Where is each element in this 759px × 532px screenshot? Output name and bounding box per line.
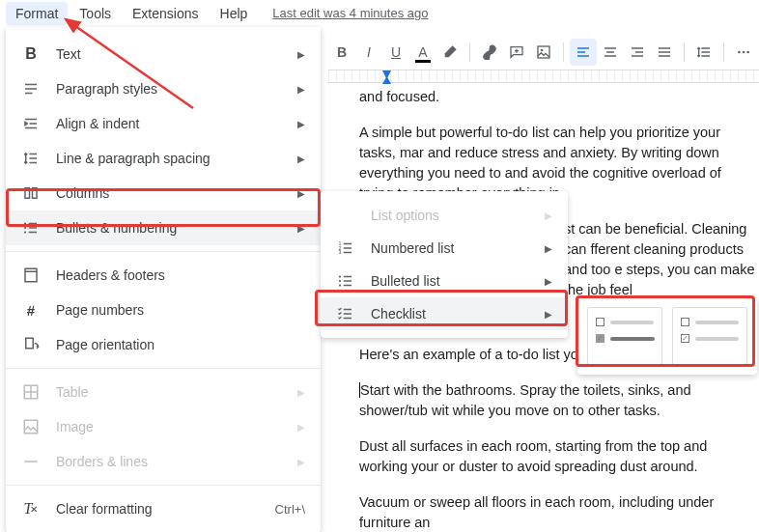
list-options-icon	[336, 206, 355, 225]
menu-line-spacing[interactable]: Line & paragraph spacing ▶	[6, 141, 321, 176]
format-dropdown: B Text ▶ Paragraph styles ▶ Align & inde…	[6, 27, 321, 532]
submenu-arrow-icon: ▶	[545, 309, 552, 320]
menu-extensions[interactable]: Extensions	[123, 2, 208, 25]
italic-button[interactable]: I	[355, 39, 382, 66]
left-indent-marker[interactable]	[382, 76, 391, 84]
svg-point-3	[743, 51, 745, 54]
svg-text:3: 3	[339, 249, 342, 255]
menubar: Format Tools Extensions Help Last edit w…	[0, 0, 759, 27]
shortcut-text: Ctrl+\	[275, 502, 305, 517]
submenu-list-options: List options ▶	[321, 199, 568, 232]
menu-columns[interactable]: Columns ▶	[6, 176, 321, 210]
align-justify-button[interactable]	[651, 39, 678, 66]
menu-clear-formatting[interactable]: T✕ Clear formatting Ctrl+\	[6, 491, 321, 526]
menu-headers-footers[interactable]: Headers & footers	[6, 258, 321, 293]
submenu-arrow-icon: ▶	[545, 210, 552, 221]
svg-point-5	[24, 222, 26, 224]
checklist-style-picker	[577, 297, 757, 375]
menu-image: Image ▶	[6, 409, 321, 444]
submenu-arrow-icon: ▶	[297, 119, 305, 129]
checklist-icon	[336, 304, 355, 323]
menu-separator	[6, 485, 321, 486]
svg-rect-11	[24, 420, 38, 434]
svg-point-1	[541, 49, 544, 52]
menu-separator	[6, 251, 321, 252]
svg-point-2	[738, 51, 741, 54]
numbered-list-icon: 123	[336, 238, 355, 258]
menu-paragraph-styles[interactable]: Paragraph styles ▶	[6, 71, 321, 106]
submenu-arrow-icon: ▶	[297, 49, 305, 60]
image-icon	[21, 417, 41, 436]
align-center-button[interactable]	[597, 39, 624, 66]
clear-formatting-icon: T✕	[21, 499, 41, 518]
paragraph[interactable]: st can be beneficial. Cleaning can ffere…	[564, 219, 759, 300]
submenu-checklist[interactable]: Checklist ▶	[321, 297, 568, 330]
columns-icon	[21, 183, 41, 203]
submenu-arrow-icon: ▶	[297, 457, 305, 467]
highlight-button[interactable]	[436, 39, 464, 66]
svg-point-17	[339, 284, 341, 286]
bold-icon: B	[21, 44, 41, 64]
menu-tools[interactable]: Tools	[70, 2, 121, 25]
submenu-arrow-icon: ▶	[297, 223, 305, 234]
more-button[interactable]	[730, 39, 757, 66]
insert-image-button[interactable]	[530, 39, 557, 66]
submenu-arrow-icon: ▶	[545, 276, 552, 287]
menu-page-orientation[interactable]: Page orientation	[6, 327, 321, 362]
svg-point-15	[339, 275, 341, 277]
borders-lines-icon	[21, 452, 41, 471]
menu-text[interactable]: B Text ▶	[6, 37, 321, 71]
paragraph[interactable]: Vacuum or sweep all floors in each room,…	[359, 492, 759, 532]
align-left-button[interactable]	[570, 39, 597, 66]
table-icon	[21, 382, 41, 402]
page-orientation-icon	[21, 335, 41, 354]
underline-button[interactable]: U	[382, 39, 409, 66]
text-color-button[interactable]: A	[409, 39, 436, 66]
line-spacing-button[interactable]	[690, 39, 717, 66]
submenu-arrow-icon: ▶	[297, 154, 305, 164]
svg-point-7	[24, 231, 26, 233]
menu-borders-lines: Borders & lines ▶	[6, 444, 321, 479]
checklist-style-option-2[interactable]	[672, 307, 747, 365]
headers-footers-icon	[21, 266, 41, 285]
menu-table: Table ▶	[6, 375, 321, 409]
submenu-arrow-icon: ▶	[297, 188, 305, 199]
bullets-numbering-submenu: List options ▶ 123 Numbered list ▶ Bulle…	[321, 191, 568, 338]
paragraph[interactable]: Dust all surfaces in each room, starting…	[359, 436, 759, 477]
svg-point-6	[24, 227, 26, 229]
submenu-arrow-icon: ▶	[297, 84, 305, 95]
menu-align-indent[interactable]: Align & indent ▶	[6, 106, 321, 141]
submenu-bulleted-list[interactable]: Bulleted list ▶	[321, 265, 568, 297]
page-numbers-icon: #	[21, 300, 41, 320]
ruler[interactable]	[328, 70, 759, 83]
menu-separator	[6, 368, 321, 369]
align-right-button[interactable]	[624, 39, 651, 66]
toolbar-separator	[684, 42, 685, 62]
submenu-arrow-icon: ▶	[297, 422, 305, 433]
paragraph-styles-icon	[21, 79, 41, 98]
checklist-style-option-1[interactable]	[587, 307, 662, 365]
line-spacing-icon	[21, 149, 41, 168]
toolbar-separator	[469, 42, 470, 62]
bullets-numbering-icon	[21, 218, 41, 238]
bold-button[interactable]: B	[328, 39, 355, 66]
last-edit-link[interactable]: Last edit was 4 minutes ago	[272, 6, 428, 20]
paragraph[interactable]: and focused.	[359, 87, 759, 107]
submenu-arrow-icon: ▶	[545, 243, 552, 254]
menu-help[interactable]: Help	[211, 2, 258, 25]
link-button[interactable]	[476, 39, 503, 66]
toolbar-separator	[563, 42, 564, 62]
svg-rect-9	[26, 338, 34, 349]
menu-format[interactable]: Format	[6, 2, 68, 25]
svg-rect-8	[25, 268, 37, 282]
toolbar-separator	[723, 42, 724, 62]
menu-bullets-numbering[interactable]: Bullets & numbering ▶	[6, 210, 321, 245]
submenu-numbered-list[interactable]: 123 Numbered list ▶	[321, 232, 568, 265]
bulleted-list-icon	[336, 271, 355, 291]
menu-page-numbers[interactable]: # Page numbers	[6, 293, 321, 327]
svg-point-16	[339, 280, 341, 282]
comment-button[interactable]	[503, 39, 530, 66]
toolbar: B I U A	[328, 35, 757, 70]
paragraph[interactable]: Start with the bathrooms. Spray the toil…	[359, 380, 759, 421]
align-indent-icon	[21, 114, 41, 133]
